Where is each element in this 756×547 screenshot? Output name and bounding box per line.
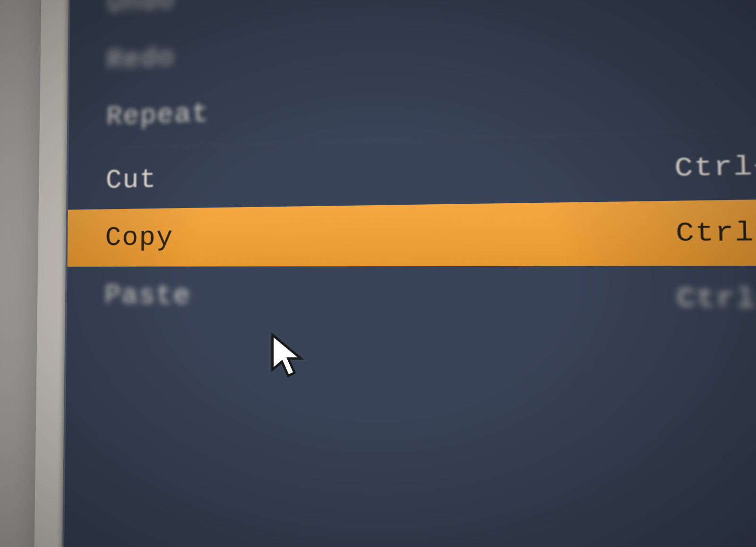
- screen-surface: Undo Redo Repeat Cut Ctrl+X Copy Ctrl+C …: [34, 0, 756, 547]
- context-menu: Undo Redo Repeat Cut Ctrl+X Copy Ctrl+C …: [62, 0, 756, 547]
- menu-item-label: Repeat: [106, 98, 209, 132]
- menu-item-shortcut: Ctrl+X: [674, 150, 756, 183]
- menu-item-label: Paste: [104, 280, 191, 312]
- menu-item-label: Undo: [107, 0, 175, 19]
- menu-item-label: Copy: [105, 222, 173, 253]
- menu-item-copy[interactable]: Copy Ctrl+C: [68, 199, 756, 267]
- menu-item-label: Redo: [107, 42, 175, 76]
- menu-item-shortcut: Ctrl+V: [677, 283, 756, 315]
- menu-item-paste[interactable]: Paste Ctrl+V: [67, 266, 756, 333]
- menu-item-label: Cut: [105, 164, 156, 196]
- menu-item-shortcut: Ctrl+C: [676, 217, 756, 249]
